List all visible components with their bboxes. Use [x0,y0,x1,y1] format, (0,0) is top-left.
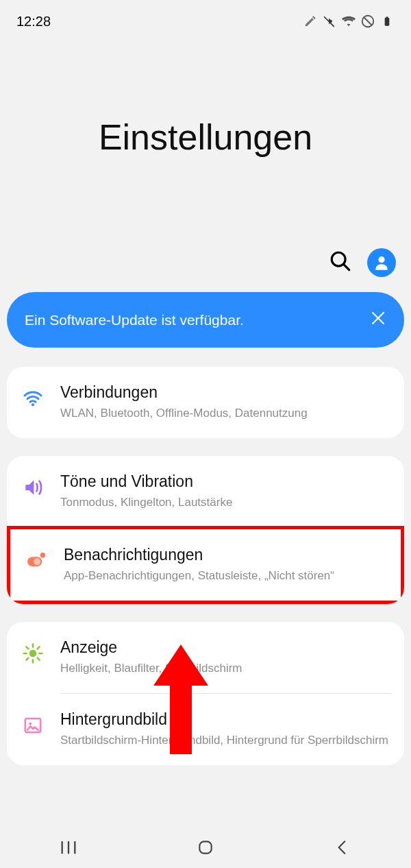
settings-card: AnzeigeHelligkeit, Blaufilter, Startbild… [7,622,404,765]
svg-line-20 [27,658,29,660]
svg-line-18 [27,647,29,649]
row-text: BenachrichtigungenApp-Benachrichtigungen… [64,546,388,584]
row-subtitle: Tonmodus, Klingelton, Lautstärke [60,495,392,511]
row-text: VerbindungenWLAN, Bluetooth, Offline-Mod… [60,383,392,422]
search-button[interactable] [329,250,352,276]
account-button[interactable] [367,248,396,277]
settings-list: VerbindungenWLAN, Bluetooth, Offline-Mod… [0,367,411,790]
svg-point-6 [378,256,384,263]
settings-row-notif[interactable]: BenachrichtigungenApp-Benachrichtigungen… [10,529,401,601]
block-icon [360,14,375,29]
settings-row-wall[interactable]: HintergrundbildStartbildschirm-Hintergru… [7,694,404,765]
update-banner[interactable]: Ein Software-Update ist verfügbar. [7,292,404,348]
status-time: 12:28 [16,14,51,29]
wifi-icon [341,14,356,29]
row-title: Hintergrundbild [60,710,392,729]
mute-icon [322,14,337,29]
battery-icon [379,14,395,29]
update-text: Ein Software-Update ist verfügbar. [25,312,244,328]
highlight-annotation: BenachrichtigungenApp-Benachrichtigungen… [7,526,404,604]
back-button[interactable] [332,836,353,858]
header: Einstellungen [0,34,411,240]
close-icon[interactable] [370,310,386,330]
svg-rect-2 [385,18,390,26]
svg-rect-3 [386,16,388,18]
status-bar: 12:28 [0,0,411,34]
bright-icon [19,640,47,667]
svg-line-1 [364,18,372,25]
row-title: Verbindungen [60,383,392,402]
svg-line-21 [38,647,40,649]
svg-rect-28 [199,841,211,853]
row-title: Töne und Vibration [60,472,392,491]
row-text: AnzeigeHelligkeit, Blaufilter, Startbild… [60,638,392,677]
status-icons [303,14,395,29]
settings-row-sound[interactable]: Töne und VibrationTonmodus, Klingelton, … [7,456,404,527]
svg-point-13 [29,649,37,657]
recents-button[interactable] [58,836,79,858]
wall-icon [19,712,47,739]
pencil-icon [303,14,318,29]
row-text: HintergrundbildStartbildschirm-Hintergru… [60,710,392,749]
svg-point-12 [40,553,45,557]
home-button[interactable] [195,836,216,858]
notif-icon [23,547,50,575]
svg-point-23 [29,722,32,725]
page-title: Einstellungen [0,117,411,158]
settings-card: Töne und VibrationTonmodus, Klingelton, … [7,456,404,604]
row-subtitle: Helligkeit, Blaufilter, Startbildschirm [60,661,392,677]
svg-line-5 [344,265,349,270]
sound-icon [19,474,47,501]
row-subtitle: App-Benachrichtigungen, Statusleiste, „N… [64,568,388,584]
settings-card: VerbindungenWLAN, Bluetooth, Offline-Mod… [7,367,404,438]
settings-row-wifi[interactable]: VerbindungenWLAN, Bluetooth, Offline-Mod… [7,367,404,438]
row-text: Töne und VibrationTonmodus, Klingelton, … [60,472,392,511]
svg-point-9 [32,403,34,406]
settings-row-bright[interactable]: AnzeigeHelligkeit, Blaufilter, Startbild… [7,622,404,693]
row-subtitle: WLAN, Bluetooth, Offline-Modus, Datennut… [60,406,392,422]
row-subtitle: Startbildschirm-Hintergrundbild, Hinterg… [60,733,392,749]
svg-point-11 [34,558,40,565]
toolbar [0,240,411,289]
wifi-icon [19,385,47,412]
svg-line-19 [38,658,40,660]
row-title: Anzeige [60,638,392,657]
row-title: Benachrichtigungen [64,546,388,564]
navigation-bar [0,827,411,868]
